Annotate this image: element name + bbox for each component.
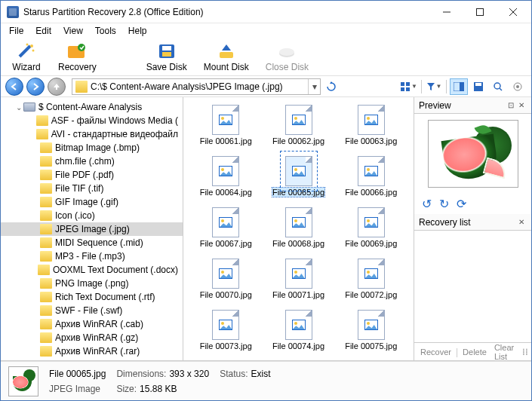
wizard-button[interactable]: Wizard bbox=[8, 41, 45, 74]
svg-point-9 bbox=[78, 44, 85, 51]
save-small-button[interactable] bbox=[469, 78, 487, 95]
file-item[interactable]: File 00075.jpg bbox=[341, 308, 401, 352]
tree-item[interactable]: chm.file (.chm) bbox=[1, 155, 183, 168]
tree-item[interactable]: PNG Image (.png) bbox=[1, 277, 183, 290]
preview-header: Preview ⊡ ✕ bbox=[414, 97, 531, 114]
file-item[interactable]: File 00072.jpg bbox=[341, 257, 401, 301]
preview-close-icon[interactable]: ✕ bbox=[516, 100, 527, 111]
tree-root[interactable]: ⌄ $ Content-Aware Analysis bbox=[1, 100, 183, 114]
file-label: File 00068.jpg bbox=[272, 239, 324, 248]
svg-rect-13 bbox=[220, 52, 233, 58]
file-item[interactable]: File 00070.jpg bbox=[195, 257, 256, 301]
nav-row: ▾ ▼ ▼ bbox=[1, 76, 531, 97]
recovery-label: Recovery bbox=[58, 62, 97, 72]
nav-up-button[interactable] bbox=[48, 78, 66, 96]
file-item[interactable]: File 00071.jpg bbox=[269, 257, 329, 301]
view-mode-button[interactable]: ▼ bbox=[400, 78, 418, 95]
tree-item[interactable]: Rich Text Document (.rtf) bbox=[1, 290, 183, 304]
menu-tools[interactable]: Tools bbox=[90, 24, 121, 38]
collapse-icon[interactable]: ⌄ bbox=[14, 103, 23, 112]
list-options-icon[interactable]: ⁞⁞ bbox=[522, 347, 528, 357]
close-disk-button: Close Disk bbox=[263, 41, 312, 74]
close-button[interactable] bbox=[497, 2, 530, 23]
svg-rect-19 bbox=[406, 87, 410, 91]
file-list[interactable]: File 00061.jpgFile 00062.jpgFile 00063.j… bbox=[183, 97, 414, 360]
menu-edit[interactable]: Edit bbox=[30, 24, 57, 38]
tree-item[interactable]: ASF - файлы Windows Media ( bbox=[1, 114, 183, 127]
svg-rect-1 bbox=[477, 8, 484, 15]
maximize-button[interactable] bbox=[463, 2, 497, 23]
recovery-icon bbox=[66, 42, 88, 60]
recover-button[interactable]: Recover bbox=[417, 347, 454, 357]
file-label: File 00074.jpg bbox=[272, 341, 324, 350]
recovery-list-close-icon[interactable]: ✕ bbox=[516, 217, 527, 228]
folder-icon bbox=[75, 81, 88, 93]
rotate-refresh-icon[interactable]: ⟳ bbox=[457, 197, 466, 211]
menu-help[interactable]: Help bbox=[123, 24, 152, 38]
file-item[interactable]: File 00062.jpg bbox=[269, 103, 329, 147]
tree-item[interactable]: Icon (.ico) bbox=[1, 209, 183, 222]
tree-item[interactable]: SWF - File (.swf) bbox=[1, 304, 183, 317]
tree-item[interactable]: AVI - стандартные видеофайл bbox=[1, 127, 183, 141]
tree-item[interactable]: OOXML Text Document (.docx) bbox=[1, 263, 183, 277]
filter-button[interactable]: ▼ bbox=[425, 78, 443, 95]
recovery-button[interactable]: Recovery bbox=[55, 41, 100, 74]
tree-item[interactable]: File TIF (.tif) bbox=[1, 182, 183, 195]
file-label: File 00061.jpg bbox=[200, 136, 252, 145]
file-item[interactable]: File 00074.jpg bbox=[269, 308, 329, 352]
status-filetype: JPEG Image bbox=[49, 384, 106, 394]
file-item[interactable]: File 00067.jpg bbox=[195, 206, 256, 249]
menu-file[interactable]: File bbox=[4, 24, 29, 38]
save-disk-icon bbox=[156, 42, 177, 60]
status-dim-value: 393 x 320 bbox=[169, 369, 209, 379]
menu-view[interactable]: View bbox=[58, 24, 88, 38]
save-disk-button[interactable]: Save Disk bbox=[143, 41, 190, 74]
file-item[interactable]: File 00068.jpg bbox=[269, 206, 329, 249]
tree-item[interactable]: Архив WinRAR (.cab) bbox=[1, 317, 183, 331]
file-label: File 00064.jpg bbox=[200, 188, 252, 197]
rotate-right-icon[interactable]: ↻ bbox=[439, 197, 449, 211]
search-small-button[interactable] bbox=[489, 78, 507, 95]
svg-line-25 bbox=[500, 88, 502, 90]
file-item[interactable]: File 00064.jpg bbox=[195, 155, 256, 198]
refresh-button[interactable] bbox=[324, 78, 339, 95]
pin-icon[interactable]: ⊡ bbox=[506, 100, 516, 111]
recovery-list-body[interactable] bbox=[414, 231, 531, 342]
tree-item[interactable]: MP3 - File (.mp3) bbox=[1, 249, 183, 263]
tree-item[interactable]: Bitmap Image (.bmp) bbox=[1, 141, 183, 155]
file-item[interactable]: File 00063.jpg bbox=[341, 103, 401, 147]
options-small-button[interactable] bbox=[509, 78, 527, 95]
rotate-left-icon[interactable]: ↺ bbox=[422, 197, 432, 211]
delete-button[interactable]: Delete bbox=[460, 347, 490, 357]
folder-tree[interactable]: ⌄ $ Content-Aware Analysis ASF - файлы W… bbox=[1, 97, 183, 360]
svg-line-4 bbox=[20, 46, 30, 57]
svg-rect-16 bbox=[401, 82, 404, 86]
address-input[interactable] bbox=[91, 81, 308, 92]
tree-item-label: MIDI Sequence (.mid) bbox=[55, 237, 143, 248]
tree-item[interactable]: MIDI Sequence (.mid) bbox=[1, 236, 183, 249]
tree-item[interactable]: GIF Image (.gif) bbox=[1, 195, 183, 209]
tree-item[interactable]: Архив WinRAR (.rar) bbox=[1, 344, 183, 358]
file-item[interactable]: File 00066.jpg bbox=[341, 155, 401, 198]
save-disk-label: Save Disk bbox=[146, 62, 187, 72]
address-dropdown[interactable]: ▾ bbox=[308, 79, 320, 94]
address-bar[interactable]: ▾ bbox=[72, 78, 321, 95]
preview-toggle-button[interactable] bbox=[450, 78, 468, 95]
menu-bar: File Edit View Tools Help bbox=[1, 23, 531, 38]
tree-item[interactable]: File PDF (.pdf) bbox=[1, 168, 183, 182]
nav-back-button[interactable] bbox=[5, 78, 23, 96]
nav-forward-button[interactable] bbox=[26, 78, 45, 96]
window-title: Starus Partition Recovery 2.8 (Office Ed… bbox=[23, 7, 430, 17]
file-item[interactable]: File 00065.jpg bbox=[269, 155, 329, 198]
file-label: File 00069.jpg bbox=[345, 239, 397, 248]
tree-item[interactable]: JPEG Image (.jpg) bbox=[1, 222, 183, 236]
mount-disk-button[interactable]: Mount Disk bbox=[201, 41, 252, 74]
tree-item[interactable]: Архив WinRAR (.gz) bbox=[1, 331, 183, 344]
clear-list-button[interactable]: Clear List bbox=[491, 343, 521, 361]
file-item[interactable]: File 00073.jpg bbox=[195, 308, 256, 352]
minimize-button[interactable] bbox=[430, 2, 463, 23]
svg-point-27 bbox=[516, 85, 519, 88]
file-item[interactable]: File 00061.jpg bbox=[195, 103, 256, 147]
file-item[interactable]: File 00069.jpg bbox=[341, 206, 401, 249]
svg-rect-18 bbox=[401, 87, 404, 91]
